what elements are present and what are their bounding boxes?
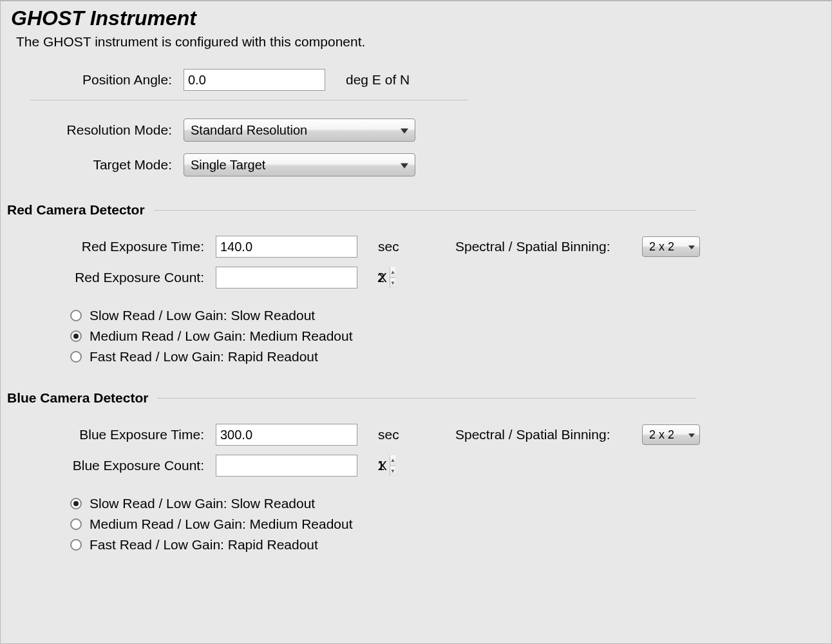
red-binning-select[interactable]: 2 x 2 [642, 236, 700, 257]
blue-readout-label: Slow Read / Low Gain: Slow Readout [90, 496, 315, 511]
chevron-down-icon [401, 164, 408, 169]
red-binning-value: 2 x 2 [649, 240, 674, 254]
chevron-down-icon [688, 245, 695, 249]
blue-exposure-time-label: Blue Exposure Time: [39, 427, 216, 442]
radio-icon[interactable] [70, 330, 82, 342]
radio-icon[interactable] [70, 351, 82, 363]
red-exposure-count-stepper[interactable]: ▲ ▼ [216, 267, 357, 289]
blue-readout-label: Fast Read / Low Gain: Rapid Readout [90, 537, 318, 553]
top-form: Position Angle: deg E of N Resolution Mo… [30, 69, 825, 176]
resolution-mode-value: Standard Resolution [191, 123, 307, 138]
target-mode-select[interactable]: Single Target [184, 153, 415, 176]
red-exposure-time-unit: sec [364, 239, 417, 254]
red-readout-label: Slow Read / Low Gain: Slow Readout [90, 308, 315, 323]
section-divider [157, 398, 696, 399]
page-title: GHOST Instrument [11, 6, 825, 30]
blue-binning-select[interactable]: 2 x 2 [642, 424, 700, 445]
red-readout-label: Medium Read / Low Gain: Medium Readout [90, 328, 353, 344]
divider [30, 100, 468, 100]
resolution-mode-select[interactable]: Standard Resolution [184, 118, 415, 142]
chevron-down-icon [688, 433, 695, 437]
blue-detector-section: Blue Camera Detector Blue Exposure Time:… [7, 390, 696, 553]
radio-icon[interactable] [70, 498, 82, 509]
red-readout-option[interactable]: Slow Read / Low Gain: Slow Readout [70, 308, 696, 323]
blue-readout-option[interactable]: Fast Read / Low Gain: Rapid Readout [70, 537, 696, 553]
resolution-mode-label: Resolution Mode: [30, 122, 184, 138]
blue-exposure-count-unit: X [364, 458, 417, 473]
blue-readout-option[interactable]: Slow Read / Low Gain: Slow Readout [70, 496, 696, 511]
red-exposure-time-label: Red Exposure Time: [39, 239, 216, 254]
target-mode-value: Single Target [191, 158, 265, 173]
red-exposure-count-unit: X [364, 270, 417, 285]
red-readout-option[interactable]: Fast Read / Low Gain: Rapid Readout [70, 349, 696, 365]
blue-binning-label: Spectral / Spatial Binning: [455, 427, 642, 442]
blue-section-title: Blue Camera Detector [7, 390, 157, 406]
ghost-instrument-panel: GHOST Instrument The GHOST instrument is… [0, 0, 832, 644]
target-mode-label: Target Mode: [30, 157, 184, 173]
blue-readout-option[interactable]: Medium Read / Low Gain: Medium Readout [70, 516, 696, 532]
red-exposure-count-label: Red Exposure Count: [39, 270, 216, 285]
blue-exposure-count-label: Blue Exposure Count: [39, 458, 216, 473]
blue-readout-radio-group: Slow Read / Low Gain: Slow ReadoutMedium… [70, 496, 696, 553]
blue-exposure-time-input[interactable] [216, 424, 357, 446]
position-angle-input[interactable] [184, 69, 325, 91]
radio-icon[interactable] [70, 518, 82, 530]
radio-icon[interactable] [70, 539, 82, 551]
red-section-title: Red Camera Detector [7, 202, 154, 218]
radio-icon[interactable] [70, 310, 82, 321]
blue-exposure-time-unit: sec [364, 427, 417, 442]
position-angle-unit: deg E of N [332, 72, 449, 88]
blue-readout-label: Medium Read / Low Gain: Medium Readout [90, 516, 353, 532]
red-readout-option[interactable]: Medium Read / Low Gain: Medium Readout [70, 328, 696, 344]
red-readout-radio-group: Slow Read / Low Gain: Slow ReadoutMedium… [70, 308, 696, 365]
blue-exposure-count-stepper[interactable]: ▲ ▼ [216, 455, 357, 477]
red-binning-label: Spectral / Spatial Binning: [455, 239, 642, 254]
red-readout-label: Fast Read / Low Gain: Rapid Readout [90, 349, 318, 365]
page-description: The GHOST instrument is configured with … [16, 34, 825, 50]
chevron-down-icon [401, 129, 408, 134]
blue-binning-value: 2 x 2 [649, 428, 674, 442]
section-divider [154, 210, 696, 211]
red-detector-section: Red Camera Detector Red Exposure Time: s… [7, 202, 696, 365]
red-exposure-time-input[interactable] [216, 236, 357, 258]
position-angle-label: Position Angle: [30, 72, 184, 88]
